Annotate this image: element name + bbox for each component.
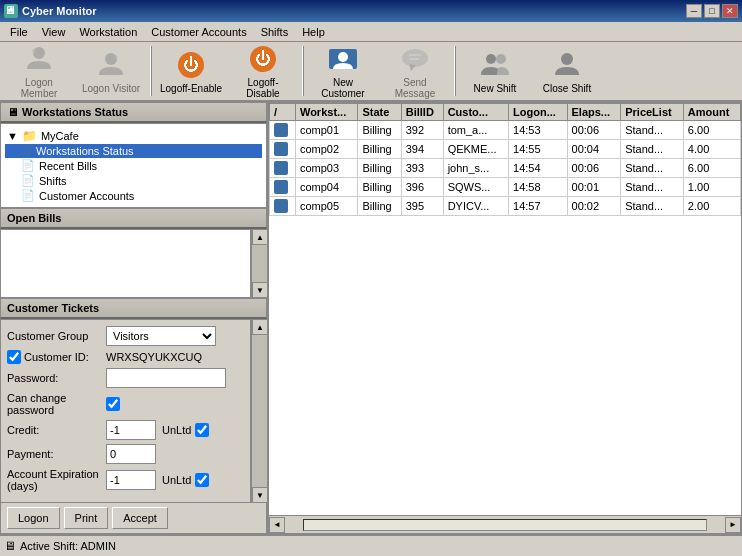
shifts-icon: 📄 [21,174,35,187]
svg-text:⏻: ⏻ [183,56,199,73]
menu-file[interactable]: File [4,24,34,40]
print-button[interactable]: Print [64,507,109,529]
cell-elapsed: 00:06 [567,159,621,178]
cell-workstation: comp02 [295,140,357,159]
cell-customer: DYICV... [443,197,508,216]
tree-item-recent-bills[interactable]: 📄 Recent Bills [5,158,262,173]
tickets-scroll-down[interactable]: ▼ [252,487,268,503]
tree-item-workstations-status[interactable]: 🖥 Workstations Status [5,144,262,158]
cell-amount: 4.00 [683,140,740,159]
cell-billid: 392 [401,121,443,140]
col-header-billid[interactable]: BillID [401,104,443,121]
col-header-elapsed[interactable]: Elaps... [567,104,621,121]
logon-member-icon [23,43,55,75]
col-header-logon[interactable]: Logon... [509,104,567,121]
bills-content [0,229,251,298]
menu-customer-accounts[interactable]: Customer Accounts [145,24,252,40]
tickets-scroll-thumb[interactable] [252,335,267,487]
bills-scroll-up[interactable]: ▲ [252,229,268,245]
cell-billid: 395 [401,197,443,216]
logoff-disable-button[interactable]: ⏻ Logoff-Disable [228,44,298,98]
col-header-workstation[interactable]: Workst... [295,104,357,121]
col-header-amount[interactable]: Amount [683,104,740,121]
logoff-enable-label: Logoff-Enable [160,83,222,94]
tree-item-customer-accounts[interactable]: 📄 Customer Accounts [5,188,262,203]
cell-state: Billing [358,178,401,197]
customer-tickets-panel: Customer Tickets Customer Group Visitors… [0,298,267,534]
minimize-button[interactable]: ─ [686,4,702,18]
main-content: 🖥 Workstations Status ▼ 📁 MyCafe 🖥 Works… [0,102,742,534]
customer-group-select[interactable]: Visitors Members [106,326,216,346]
cell-amount: 6.00 [683,121,740,140]
scrollbar-track[interactable] [303,519,707,531]
table-row[interactable]: comp05 Billing 395 DYICV... 14:57 00:02 … [270,197,741,216]
send-message-icon [399,43,431,75]
payment-input[interactable] [106,444,156,464]
cell-icon [270,140,296,159]
bills-scroll-down[interactable]: ▼ [252,282,268,298]
account-expiration-input[interactable] [106,470,156,490]
table-row[interactable]: comp03 Billing 393 john_s... 14:54 00:06… [270,159,741,178]
maximize-button[interactable]: □ [704,4,720,18]
table-header-row: / Workst... State BillID Custo... Logon.… [270,104,741,121]
customer-group-row: Customer Group Visitors Members [7,326,244,346]
right-panel: / Workst... State BillID Custo... Logon.… [268,102,742,534]
new-shift-button[interactable]: New Shift [460,44,530,98]
cell-pricelist: Stand... [621,140,684,159]
logoff-enable-icon: ⏻ [175,49,207,81]
cell-state: Billing [358,159,401,178]
cell-elapsed: 00:04 [567,140,621,159]
status-bar: 🖥 Active Shift: ADMIN [0,534,742,556]
col-header-icon[interactable]: / [270,104,296,121]
table-row[interactable]: comp04 Billing 396 SQWS... 14:58 00:01 S… [270,178,741,197]
password-label: Password: [7,372,102,384]
account-expiration-unltd-checkbox[interactable] [195,473,209,487]
svg-text:⏻: ⏻ [255,50,271,67]
new-customer-button[interactable]: New Customer [308,44,378,98]
close-shift-button[interactable]: Close Shift [532,44,602,98]
workstations-table-container: / Workst... State BillID Custo... Logon.… [268,102,742,516]
col-header-customer[interactable]: Custo... [443,104,508,121]
can-change-password-checkbox[interactable] [106,397,120,411]
cell-pricelist: Stand... [621,197,684,216]
table-row[interactable]: comp01 Billing 392 tom_a... 14:53 00:06 … [270,121,741,140]
credit-unltd-checkbox[interactable] [195,423,209,437]
cell-workstation: comp03 [295,159,357,178]
col-header-state[interactable]: State [358,104,401,121]
cell-pricelist: Stand... [621,178,684,197]
menu-shifts[interactable]: Shifts [255,24,295,40]
col-header-pricelist[interactable]: PriceList [621,104,684,121]
accept-button[interactable]: Accept [112,507,168,529]
logoff-disable-icon: ⏻ [247,43,279,75]
account-expiration-row: Account Expiration (days) UnLtd [7,468,244,492]
password-input[interactable] [106,368,226,388]
cell-elapsed: 00:01 [567,178,621,197]
customer-group-label: Customer Group [7,330,102,342]
tree-recent-bills-label: Recent Bills [39,160,97,172]
ws-header-icon: 🖥 [7,106,18,118]
scroll-right-arrow[interactable]: ► [725,517,741,533]
send-message-button[interactable]: Send Message [380,44,450,98]
new-shift-label: New Shift [474,83,517,94]
scroll-left-arrow[interactable]: ◄ [269,517,285,533]
logon-member-button[interactable]: Logon Member [4,44,74,98]
cell-logon: 14:57 [509,197,567,216]
tree-item-mycafe[interactable]: ▼ 📁 MyCafe [5,128,262,144]
customer-id-checkbox[interactable] [7,350,21,364]
bills-scroll-thumb[interactable] [252,245,267,282]
logoff-disable-label: Logoff-Disable [231,77,295,99]
close-button[interactable]: ✕ [722,4,738,18]
menu-help[interactable]: Help [296,24,331,40]
tree-item-shifts[interactable]: 📄 Shifts [5,173,262,188]
menu-view[interactable]: View [36,24,72,40]
logon-visitor-button[interactable]: Logon Visitor [76,44,146,98]
logon-button[interactable]: Logon [7,507,60,529]
customer-tickets-header: Customer Tickets [0,298,267,319]
folder-icon: 📁 [22,129,37,143]
credit-input[interactable] [106,420,156,440]
menu-workstation[interactable]: Workstation [73,24,143,40]
ws-status-icon: 🖥 [21,145,32,157]
table-row[interactable]: comp02 Billing 394 QEKME... 14:55 00:04 … [270,140,741,159]
tickets-scroll-up[interactable]: ▲ [252,319,268,335]
logoff-enable-button[interactable]: ⏻ Logoff-Enable [156,44,226,98]
